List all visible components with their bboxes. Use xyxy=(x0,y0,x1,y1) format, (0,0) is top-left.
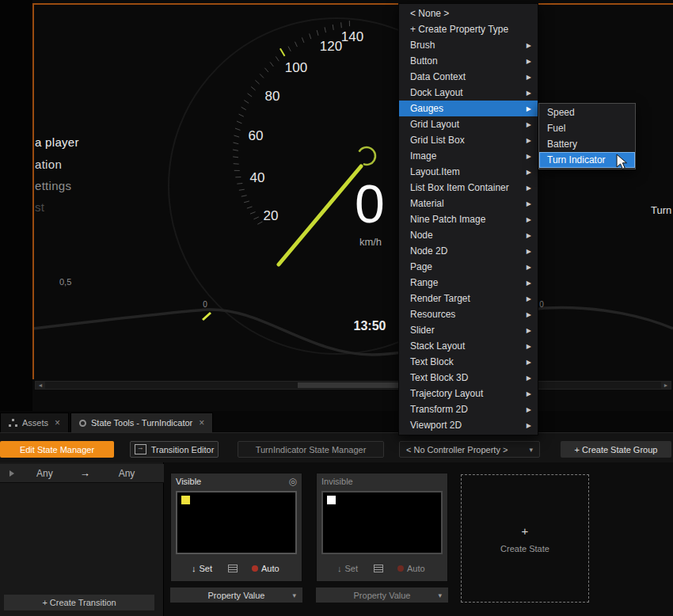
menu-item-label: Page xyxy=(410,261,432,272)
menu-item-label: Trajectory Layout xyxy=(410,388,483,399)
property-value-dropdown-visible[interactable]: Property Value ▾ xyxy=(170,587,302,603)
auto-record-icon[interactable] xyxy=(397,565,404,572)
speed-needle xyxy=(279,166,361,264)
context-menu-item-node[interactable]: Node▶ xyxy=(399,227,538,243)
context-menu-item-data-context[interactable]: Data Context▶ xyxy=(399,69,538,85)
transition-editor-icon xyxy=(135,444,146,454)
submenu-arrow-icon: ▶ xyxy=(527,264,531,271)
tab-state-tools[interactable]: State Tools - TurnIndicator × xyxy=(70,413,213,432)
state-manager-name-label: TurnIndicator State Manager xyxy=(256,445,367,454)
set-arrow-icon: ↓ xyxy=(192,564,196,573)
context-menu-item-button[interactable]: Button▶ xyxy=(399,53,538,69)
menu-item-label: Text Block xyxy=(410,356,454,367)
context-menu-item-trajectory-layout[interactable]: Trajectory Layout▶ xyxy=(399,386,538,401)
context-menu-item-render-target[interactable]: Render Target▶ xyxy=(399,291,538,306)
menu-item-label: Nine Patch Image xyxy=(410,214,485,225)
menu-item-label: Layout.Item xyxy=(410,166,460,177)
menu-item-label: Button xyxy=(410,55,438,67)
context-menu-item-dock-layout[interactable]: Dock Layout▶ xyxy=(399,85,538,101)
road-curve xyxy=(32,307,673,355)
speed-label-20: 20 xyxy=(264,208,279,223)
submenu-arrow-icon: ▶ xyxy=(527,216,531,223)
transitions-panel: Any → Any + Create Transition xyxy=(0,462,164,616)
set-button[interactable]: Set xyxy=(345,564,359,573)
submenu-arrow-icon: ▶ xyxy=(527,89,531,97)
transition-row-any-any[interactable]: Any → Any xyxy=(0,464,164,483)
property-value-dropdown-invisible[interactable]: Property Value ▾ xyxy=(316,587,448,603)
context-menu-item-brush[interactable]: Brush▶ xyxy=(399,37,538,53)
context-menu-item-viewport-2d[interactable]: Viewport 2D▶ xyxy=(399,417,538,433)
scroll-right-icon[interactable]: ► xyxy=(661,382,671,389)
controller-property-dropdown[interactable]: < No Controller Property > ▾ xyxy=(399,441,540,458)
submenu-arrow-icon: ▶ xyxy=(527,74,531,81)
submenu-arrow-icon: ▶ xyxy=(527,58,531,65)
context-menu-item-create-property-type[interactable]: + Create Property Type xyxy=(399,21,538,37)
submenu-arrow-icon: ▶ xyxy=(527,105,531,112)
speedometer-labels: 14012010080604020 xyxy=(249,29,364,223)
create-state-dropzone[interactable]: + Create State xyxy=(461,474,589,603)
state-manager-name-field[interactable]: TurnIndicator State Manager xyxy=(238,441,384,458)
preview-hscrollbar[interactable]: ◄ ► xyxy=(35,381,671,390)
scroll-left-icon[interactable]: ◄ xyxy=(36,382,45,389)
state-card-header: Invisible xyxy=(317,473,447,489)
context-menu-item-gauges[interactable]: Gauges▶ xyxy=(399,101,538,116)
cluster-menu-item-last: st xyxy=(35,200,44,214)
state-card-invisible[interactable]: Invisible ↓ Set Auto xyxy=(316,473,448,582)
context-menu-item-grid-list-box[interactable]: Grid List Box▶ xyxy=(399,132,538,148)
menu-item-label: Material xyxy=(410,198,444,209)
auto-record-icon[interactable] xyxy=(252,565,258,572)
context-menu-item-none[interactable]: < None > xyxy=(399,6,538,21)
property-list-icon[interactable] xyxy=(228,565,238,572)
mini-gauge-needle xyxy=(203,313,211,320)
auto-label[interactable]: Auto xyxy=(407,564,425,573)
submenu-item-battery[interactable]: Battery xyxy=(539,136,635,152)
context-menu-item-stack-layout[interactable]: Stack Layout▶ xyxy=(399,338,538,354)
selection-border-top xyxy=(32,3,673,5)
close-icon[interactable]: × xyxy=(55,417,60,428)
state-card-visible[interactable]: Visible ◎ ↓ Set Auto xyxy=(170,473,302,582)
submenu-item-speed[interactable]: Speed xyxy=(539,105,635,120)
cluster-gauge: 14012010080604020 0 km/h 13:50 0 0 0,5 T… xyxy=(0,0,673,380)
turn-indicator-off-chip xyxy=(327,496,336,504)
edit-state-manager-button[interactable]: Edit State Manager xyxy=(0,441,114,458)
mouse-cursor xyxy=(616,154,630,171)
create-transition-button[interactable]: + Create Transition xyxy=(4,595,154,610)
property-value-label: Property Value xyxy=(208,591,265,600)
create-state-group-label: + Create State Group xyxy=(575,445,658,454)
context-menu-item-material[interactable]: Material▶ xyxy=(399,196,538,211)
expand-triangle-icon[interactable] xyxy=(10,470,14,477)
submenu-item-fuel[interactable]: Fuel xyxy=(539,120,635,136)
state-thumbnail[interactable] xyxy=(176,491,297,554)
context-menu-item-transform-2d[interactable]: Transform 2D▶ xyxy=(399,401,538,417)
tab-assets[interactable]: Assets × xyxy=(0,413,69,432)
context-menu-item-nine-patch-image[interactable]: Nine Patch Image▶ xyxy=(399,211,538,227)
tab-assets-label: Assets xyxy=(22,418,48,428)
context-menu-item-node-2d[interactable]: Node 2D▶ xyxy=(399,243,538,259)
context-menu-item-slider[interactable]: Slider▶ xyxy=(399,322,538,338)
cluster-menu-item-navigation: ation xyxy=(35,158,62,171)
preview-left-gutter xyxy=(0,0,32,411)
bullseye-icon[interactable]: ◎ xyxy=(289,476,297,487)
cluster-preview-canvas[interactable]: 14012010080604020 0 km/h 13:50 0 0 0,5 T… xyxy=(0,0,673,411)
menu-item-label: Range xyxy=(410,277,438,288)
context-menu-item-page[interactable]: Page▶ xyxy=(399,259,538,275)
transition-editor-button[interactable]: Transition Editor xyxy=(130,441,219,458)
context-menu-item-layout-item[interactable]: Layout.Item▶ xyxy=(399,164,538,180)
state-title: Invisible xyxy=(321,477,353,486)
create-state-group-button[interactable]: + Create State Group xyxy=(561,441,671,458)
auto-label[interactable]: Auto xyxy=(261,564,279,573)
set-button[interactable]: Set xyxy=(200,564,213,573)
context-menu-item-resources[interactable]: Resources▶ xyxy=(399,306,538,322)
state-thumbnail[interactable] xyxy=(321,491,443,554)
menu-item-label: Resources xyxy=(410,309,455,320)
property-list-icon[interactable] xyxy=(374,565,383,572)
context-menu-item-text-block[interactable]: Text Block▶ xyxy=(399,354,538,370)
chevron-down-icon: ▾ xyxy=(438,591,442,599)
context-menu-item-list-box-item-container[interactable]: List Box Item Container▶ xyxy=(399,180,538,196)
speed-label-80: 80 xyxy=(265,89,280,104)
context-menu-item-grid-layout[interactable]: Grid Layout▶ xyxy=(399,116,538,132)
context-menu-item-range[interactable]: Range▶ xyxy=(399,275,538,291)
context-menu-item-image[interactable]: Image▶ xyxy=(399,148,538,164)
close-icon[interactable]: × xyxy=(199,417,204,428)
context-menu-item-text-block-3d[interactable]: Text Block 3D▶ xyxy=(399,370,538,386)
